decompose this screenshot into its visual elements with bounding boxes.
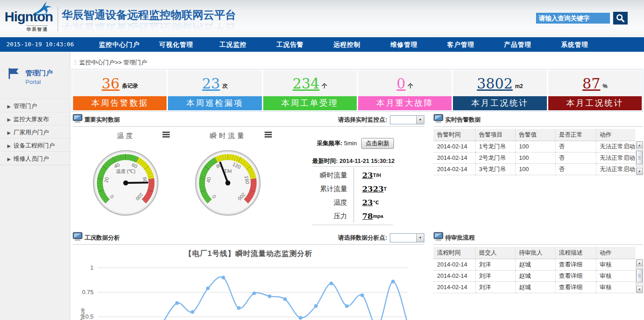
metric-value: 2323	[354, 184, 383, 193]
sidebar-item-engineer-portal[interactable]: ▶设备工程师门户	[0, 139, 70, 152]
action-cell[interactable]: 审核	[596, 281, 635, 293]
stat-label-bar[interactable]: 本月工况统计	[548, 96, 642, 110]
svg-text:20: 20	[103, 177, 110, 183]
logo-divider	[58, 7, 58, 31]
stat-label-bar[interactable]: 本月重大故障	[358, 96, 452, 110]
scroll-down-icon[interactable]: ▼	[636, 168, 643, 175]
stat-card-weekly-alarms: 36条记录 本周告警数据	[73, 70, 167, 110]
metric-row: 累计流量2323T	[312, 182, 393, 196]
stat-value: 87	[582, 75, 600, 92]
stat-label-bar[interactable]: 本月工况统计	[453, 96, 546, 110]
metric-value: 23	[354, 171, 373, 180]
table-scrollbar[interactable]: ▲ ▼	[636, 259, 643, 293]
approval-table: 流程时间 提交人 待审批人 流程描述 动作 2014-02-14刘洋赵城查看详细…	[433, 247, 635, 293]
scroll-down-icon[interactable]: ▼	[636, 286, 643, 293]
nav-items: 监控中心门户 可视化管理 工况监控 工况告警 远程控制 维修管理 客户管理 产品…	[91, 37, 603, 52]
temperature-gauge-block: 温度 020406080100温度 (℃)	[75, 131, 177, 143]
stat-label-bar[interactable]: 本周巡检漏项	[168, 96, 261, 110]
sidebar-subtitle: Portal	[25, 79, 41, 85]
realtime-section-header: 重要实时数据 请选择实时监控点: ▼	[73, 114, 424, 127]
flow-gauge-block: 瞬时流量 04080120160200T/H	[177, 131, 279, 143]
scrollbar-thumb[interactable]	[636, 151, 643, 164]
chart-menu-icon[interactable]	[162, 132, 170, 138]
section-title: 重要实时数据	[84, 116, 120, 124]
arrow-right-icon: ▶	[7, 143, 11, 148]
chevron-down-icon[interactable]: ▼	[416, 234, 424, 242]
table-scrollbar[interactable]: ▲ ▼	[636, 141, 643, 175]
stat-card-monthly-condition-2: 87% 本月工况统计	[548, 70, 642, 110]
arrow-right-icon: ▶	[7, 104, 11, 109]
scroll-up-icon[interactable]: ▲	[636, 142, 643, 148]
action-cell[interactable]: 无法正常启动	[596, 163, 635, 175]
analysis-point-select[interactable]: ▼	[390, 233, 424, 242]
nav-item-customer-mgmt[interactable]: 客户管理	[433, 37, 489, 52]
svg-text:0.75: 0.75	[82, 289, 93, 295]
stat-card-weekly-orders: 234个 本周工单受理	[263, 70, 357, 110]
nav-item-monitor-center[interactable]: 监控中心门户	[91, 37, 147, 52]
action-cell[interactable]: 无法正常启动	[596, 141, 635, 152]
svg-text:温度 (℃): 温度 (℃)	[116, 168, 136, 174]
stat-unit: 次	[222, 82, 228, 90]
search-icon	[615, 13, 625, 23]
monitor-icon	[73, 114, 83, 123]
sidebar-item-admin-portal[interactable]: ▶管理门户	[0, 99, 70, 113]
nav-item-condition-alarm[interactable]: 工况告警	[261, 37, 318, 52]
logo-deer-icon	[30, 0, 54, 17]
metric-unit: T	[383, 186, 387, 192]
svg-text:40: 40	[206, 177, 212, 183]
chevron-down-icon[interactable]: ▼	[416, 116, 424, 124]
arrow-right-icon: ▶	[7, 117, 11, 122]
stat-value: 3802	[477, 75, 513, 92]
chart-menu-icon[interactable]	[265, 132, 272, 138]
nav-item-repair-mgmt[interactable]: 维修管理	[375, 37, 432, 52]
logo-subtitle: 华辰智通	[26, 25, 48, 33]
detail-cell[interactable]: 查看详细	[555, 270, 596, 281]
main-nav: 2015-10-19 10:43:06 监控中心门户 可视化管理 工况监控 工况…	[0, 37, 644, 52]
header: Hignton 华辰智通 华辰智通设备远程监控物联网云平台 华辰智通设备远程监控…	[0, 0, 644, 37]
search-button[interactable]	[613, 12, 628, 25]
breadcrumb-grip-icon	[74, 59, 77, 65]
action-cell[interactable]: 审核	[596, 270, 635, 281]
table-row: 2014-02-14刘洋赵城查看详细审核	[433, 281, 635, 293]
nav-item-remote-control[interactable]: 远程控制	[319, 37, 375, 52]
freq-label: 采集频率:	[317, 140, 342, 147]
section-title: 实时告警数据	[445, 116, 481, 124]
site-title: 华辰智通设备远程监控物联网云平台	[62, 8, 236, 22]
monitor-point-select[interactable]: ▼	[390, 115, 424, 124]
nav-item-visual-mgmt[interactable]: 可视化管理	[147, 37, 204, 52]
table-row: 2014-02-143号龙门吊100否无法正常启动	[433, 163, 635, 175]
stat-label-bar[interactable]: 本周告警数据	[73, 96, 167, 110]
scrollbar-thumb[interactable]	[636, 269, 643, 282]
sidebar-item-factory-portal[interactable]: ▶厂家用户门户	[0, 126, 70, 139]
latest-time-value: 2014-11-21 15:30:12	[339, 158, 394, 164]
action-cell[interactable]: 无法正常启动	[596, 152, 635, 163]
stat-unit: %	[603, 83, 608, 89]
stat-card-monthly-failures: 0个 本月重大故障	[358, 70, 452, 110]
flow-gauge: 04080120160200T/H	[194, 149, 262, 217]
search-input[interactable]	[536, 13, 610, 24]
arrow-right-icon: ▶	[7, 130, 11, 135]
sidebar-menu: ▶管理门户 ▶监控大屏发布 ▶厂家用户门户 ▶设备工程师门户 ▶维修人员门户	[0, 99, 70, 165]
svg-text:0.5: 0.5	[85, 313, 93, 320]
nav-item-product-mgmt[interactable]: 产品管理	[489, 37, 546, 52]
stat-value: 36	[102, 75, 119, 92]
table-row: 2014-02-142号龙门吊100否无法正常启动	[433, 152, 635, 163]
stat-label-bar[interactable]: 本周工单受理	[263, 96, 357, 110]
sidebar: 管理门户 Portal ▶管理门户 ▶监控大屏发布 ▶厂家用户门户 ▶设备工程师…	[0, 52, 70, 320]
sidebar-item-repair-portal[interactable]: ▶维修人员门户	[0, 152, 70, 165]
sidebar-item-big-screen[interactable]: ▶监控大屏发布	[0, 113, 70, 126]
stat-card-monthly-condition-1: 3802m2 本月工况统计	[453, 70, 546, 110]
nav-item-system-mgmt[interactable]: 系统管理	[546, 37, 603, 52]
metric-unit: ℃	[373, 200, 379, 206]
detail-cell[interactable]: 查看详细	[555, 259, 596, 270]
table-header-row: 流程时间 提交人 待审批人 流程描述 动作	[433, 247, 635, 259]
refresh-button[interactable]: 点击刷新	[361, 138, 394, 149]
scroll-up-icon[interactable]: ▲	[636, 260, 643, 266]
action-cell[interactable]: 审核	[596, 259, 635, 270]
table-header-row: 告警时间 告警项目 告警值 是否正常 动作	[433, 129, 635, 141]
table-row: 2014-02-14刘洋赵城查看详细审核	[433, 259, 635, 270]
section-title: 待审批流程	[445, 234, 475, 242]
detail-cell[interactable]: 查看详细	[555, 281, 596, 293]
nav-item-condition-monitor[interactable]: 工况监控	[205, 37, 261, 52]
stat-unit: 个	[322, 82, 327, 90]
